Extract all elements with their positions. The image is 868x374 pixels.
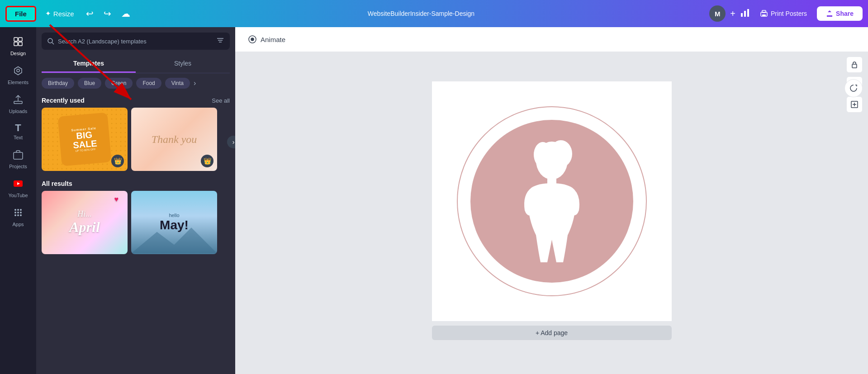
inner-circle	[470, 120, 633, 283]
april-main-text: April	[69, 219, 100, 236]
svg-point-44	[534, 142, 552, 167]
tab-styles[interactable]: Styles	[136, 55, 230, 73]
analytics-button[interactable]	[740, 8, 750, 20]
text-icon: T	[15, 123, 21, 133]
recently-used-header: Recently used See all	[36, 93, 235, 108]
sidebar-label-uploads: Uploads	[9, 109, 27, 114]
panel-scroll-area: Birthday Blue Green Food Vinta › Recentl…	[36, 73, 235, 374]
sidebar-item-text[interactable]: T Text	[0, 118, 36, 145]
undo-button[interactable]: ↩	[83, 6, 96, 21]
uploads-icon	[13, 94, 24, 107]
sidebar-item-design[interactable]: Design	[0, 32, 36, 61]
svg-rect-8	[14, 42, 18, 46]
svg-point-18	[14, 212, 16, 213]
sidebar-label-apps: Apps	[12, 222, 24, 227]
youtube-icon	[13, 178, 24, 191]
svg-line-25	[52, 43, 54, 44]
canvas-image-area	[432, 81, 672, 321]
svg-point-10	[17, 69, 19, 72]
tag-row: Birthday Blue Green Food Vinta ›	[36, 73, 235, 93]
search-icon	[47, 38, 54, 45]
recently-used-next-arrow[interactable]: ›	[227, 136, 235, 148]
apps-icon	[13, 207, 24, 220]
svg-point-20	[20, 212, 22, 213]
cloud-button[interactable]: ☁	[119, 6, 133, 21]
svg-rect-9	[19, 42, 22, 46]
refresh-button[interactable]	[844, 79, 863, 97]
svg-point-17	[20, 209, 22, 211]
woman-silhouette	[502, 136, 602, 267]
avatar-button[interactable]: M	[709, 5, 726, 22]
file-button[interactable]: File	[5, 6, 36, 22]
svg-rect-2	[747, 9, 749, 17]
crown-badge-thank-you: 👑	[201, 155, 213, 167]
template-card-april[interactable]: Hi... April ♥	[42, 191, 128, 254]
big-sale-main-text: BIGSALE	[72, 129, 98, 149]
svg-rect-11	[14, 101, 22, 104]
main-area: Design Elements Uploads T Text Projects	[0, 27, 868, 374]
tag-vintage[interactable]: Vinta	[165, 78, 190, 89]
circle-design	[457, 106, 647, 296]
april-hi-text: Hi...	[77, 209, 92, 219]
svg-rect-5	[762, 14, 766, 16]
elements-icon	[13, 65, 24, 78]
svg-rect-1	[744, 11, 746, 17]
tag-birthday[interactable]: Birthday	[42, 78, 74, 89]
sidebar-item-projects[interactable]: Projects	[0, 145, 36, 174]
animate-icon	[248, 35, 257, 44]
canvas-toolbar: Animate	[235, 27, 868, 52]
sidebar-item-uploads[interactable]: Uploads	[0, 90, 36, 118]
share-button[interactable]: Share	[817, 6, 863, 21]
canvas-container: + Add page	[235, 52, 868, 374]
tabs-row: Templates Styles	[42, 55, 230, 73]
svg-rect-34	[852, 64, 857, 68]
all-results-title: All results	[42, 180, 72, 187]
tag-food[interactable]: Food	[136, 78, 161, 89]
tag-green[interactable]: Green	[105, 78, 133, 89]
canvas-area: Animate	[235, 27, 868, 374]
svg-point-21	[14, 214, 16, 216]
sidebar-item-elements[interactable]: Elements	[0, 61, 36, 90]
template-card-may[interactable]: hello May!	[131, 191, 217, 254]
svg-marker-31	[131, 227, 217, 253]
add-tool-button[interactable]	[846, 96, 863, 113]
sidebar-item-youtube[interactable]: YouTube	[0, 174, 36, 203]
thank-you-text: Thank you	[152, 133, 197, 146]
print-posters-button[interactable]: Print Posters	[754, 7, 812, 20]
heart-icon: ♥	[114, 195, 119, 204]
filter-icon[interactable]	[216, 36, 224, 46]
projects-icon	[13, 149, 24, 162]
tags-next-arrow[interactable]: ›	[194, 79, 196, 87]
big-sale-inner: Summer Sale BIGSALE UP TO 80% OFF	[57, 112, 111, 166]
design-canvas-wrapper: + Add page	[432, 81, 672, 345]
add-page-section: + Add page	[432, 321, 672, 345]
svg-rect-12	[14, 152, 23, 159]
see-all-link[interactable]: See all	[212, 97, 230, 104]
resize-button[interactable]: ✦ Resize	[41, 7, 79, 20]
lock-tool-button[interactable]	[846, 57, 863, 73]
redo-button[interactable]: ↪	[101, 6, 114, 21]
svg-rect-0	[741, 13, 743, 17]
svg-point-15	[14, 209, 16, 211]
animate-button[interactable]: Animate	[242, 32, 291, 47]
add-page-button[interactable]: + Add page	[432, 326, 672, 340]
recently-used-title: Recently used	[42, 97, 85, 104]
recently-used-grid: Summer Sale BIGSALE UP TO 80% OFF 👑 Than…	[36, 108, 235, 176]
svg-rect-7	[19, 38, 22, 41]
template-card-thank-you[interactable]: Thank you 👑	[131, 108, 217, 171]
svg-rect-6	[14, 38, 18, 41]
add-collaborator-button[interactable]: +	[730, 9, 735, 19]
templates-panel: Templates Styles Birthday Blue Green Foo…	[36, 27, 235, 374]
design-canvas[interactable]	[432, 81, 672, 321]
mountain-icon	[131, 223, 217, 254]
refresh-icon	[849, 84, 858, 93]
search-input[interactable]	[58, 38, 213, 45]
svg-point-24	[48, 38, 52, 43]
document-title: WebsiteBuilderInsider-Sample-Design	[138, 10, 705, 17]
tag-blue[interactable]: Blue	[78, 78, 101, 89]
tab-templates[interactable]: Templates	[42, 55, 136, 73]
template-card-big-sale[interactable]: Summer Sale BIGSALE UP TO 80% OFF 👑	[42, 108, 128, 171]
search-bar	[42, 33, 230, 50]
all-results-header: All results	[36, 176, 235, 191]
sidebar-item-apps[interactable]: Apps	[0, 203, 36, 232]
